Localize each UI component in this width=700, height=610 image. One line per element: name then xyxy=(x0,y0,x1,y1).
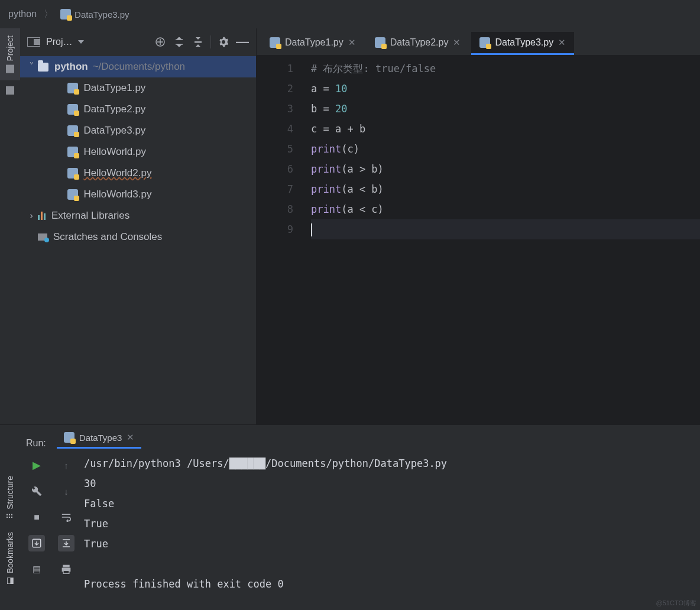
python-file-icon xyxy=(67,189,78,200)
run-toolbar: ▶ ■ ▤ xyxy=(20,449,53,610)
wrench-button[interactable] xyxy=(28,483,45,499)
scratches-icon xyxy=(38,233,47,241)
layout-button[interactable]: ▤ xyxy=(28,561,45,577)
exit-button[interactable] xyxy=(28,535,45,551)
project-tool-tab[interactable]: Project xyxy=(0,28,20,80)
soft-wrap-button[interactable] xyxy=(58,509,74,525)
code-area[interactable]: 123456789 # 布尔类型: true/falsea = 10b = 20… xyxy=(257,55,700,424)
tree-file[interactable]: HelloWorld2.py xyxy=(20,163,256,184)
rerun-button[interactable]: ▶ xyxy=(28,457,45,473)
stop-button[interactable]: ■ xyxy=(28,509,45,525)
console-output[interactable]: /usr/bin/python3 /Users/██████/Documents… xyxy=(79,449,700,610)
bookmark-icon: ◧ xyxy=(5,577,15,586)
tree-file-label: DataType3.py xyxy=(83,125,145,137)
python-file-icon xyxy=(67,104,78,115)
code-lines[interactable]: # 布尔类型: true/falsea = 10b = 20c = a + bp… xyxy=(311,55,700,424)
collapse-all-button[interactable] xyxy=(192,35,205,48)
left-toolbar: Project xyxy=(0,28,20,424)
python-file-icon xyxy=(64,432,74,443)
folder-tool-tab[interactable] xyxy=(0,80,20,100)
python-file-icon xyxy=(67,147,78,157)
left-tool-tabs-bottom: ⠿ Structure ◧ Bookmarks xyxy=(0,449,20,610)
select-opened-file-button[interactable] xyxy=(154,35,167,48)
close-icon[interactable]: ✕ xyxy=(558,37,566,48)
chevron-down-icon[interactable]: ˅ xyxy=(27,61,35,73)
tree-file-label: HelloWorld.py xyxy=(83,146,146,158)
svg-rect-6 xyxy=(63,570,69,573)
breadcrumb-file[interactable]: DataType3.py xyxy=(60,9,129,20)
python-file-icon xyxy=(375,37,385,48)
tree-file[interactable]: DataType2.py xyxy=(20,99,256,120)
breadcrumb-separator: 〉 xyxy=(44,8,53,21)
tree-file-label: HelloWorld3.py xyxy=(83,189,151,200)
hide-button[interactable]: — xyxy=(236,35,249,48)
tree-file[interactable]: HelloWorld.py xyxy=(20,141,256,163)
editor-tab[interactable]: DataType3.py✕ xyxy=(471,32,574,55)
tree-file[interactable]: HelloWorld3.py xyxy=(20,184,256,205)
gutter: 123456789 xyxy=(257,55,311,424)
python-file-icon xyxy=(67,125,78,136)
folder-icon xyxy=(38,63,48,72)
run-header: Run: DataType3 ✕ xyxy=(0,425,700,449)
structure-tool-tab[interactable]: ⠿ Structure xyxy=(5,476,15,519)
libraries-icon xyxy=(38,212,46,220)
tree-file[interactable]: DataType1.py xyxy=(20,77,256,99)
tab-label: DataType3.py xyxy=(495,37,553,48)
python-file-icon xyxy=(60,9,71,20)
python-file-icon xyxy=(67,168,78,179)
project-icon xyxy=(6,65,14,73)
project-pane-header: Proj… — xyxy=(20,28,256,55)
watermark: @51CTO博客 xyxy=(656,599,696,608)
project-pane: Proj… — ˅ python ~/Documents/python Data… xyxy=(20,28,257,424)
structure-icon: ⠿ xyxy=(5,513,15,519)
svg-rect-4 xyxy=(63,565,69,567)
expand-all-button[interactable] xyxy=(173,35,186,48)
run-config-tab[interactable]: DataType3 ✕ xyxy=(57,429,142,449)
project-tree[interactable]: ˅ python ~/Documents/python DataType1.py… xyxy=(20,55,256,424)
dropdown-icon[interactable] xyxy=(78,40,84,44)
print-button[interactable] xyxy=(58,561,74,577)
run-label: Run: xyxy=(26,438,46,449)
editor: DataType1.py✕DataType2.py✕DataType3.py✕ … xyxy=(257,28,700,424)
project-view-icon xyxy=(27,37,40,47)
breadcrumb: python 〉 DataType3.py xyxy=(0,0,700,28)
close-icon[interactable]: ✕ xyxy=(453,37,461,48)
project-pane-title[interactable]: Proj… xyxy=(46,37,72,47)
tree-scratches[interactable]: Scratches and Consoles xyxy=(20,226,256,248)
up-arrow-button[interactable]: ↑ xyxy=(58,457,74,473)
scroll-to-end-button[interactable] xyxy=(58,535,74,551)
breadcrumb-root[interactable]: python xyxy=(8,9,37,20)
editor-tab[interactable]: DataType1.py✕ xyxy=(261,32,364,55)
folder-icon xyxy=(6,86,14,95)
tree-file-label: HelloWorld2.py xyxy=(83,167,151,179)
output-controls: ↑ ↓ xyxy=(53,449,79,610)
settings-button[interactable] xyxy=(217,35,230,48)
editor-tab[interactable]: DataType2.py✕ xyxy=(367,32,469,55)
bookmarks-tool-tab[interactable]: ◧ Bookmarks xyxy=(5,532,15,586)
python-file-icon xyxy=(67,83,78,93)
chevron-right-icon[interactable]: › xyxy=(27,210,35,222)
tree-file-label: DataType2.py xyxy=(83,103,145,115)
close-icon[interactable]: ✕ xyxy=(348,37,356,48)
tab-label: DataType1.py xyxy=(285,37,343,48)
editor-tabs: DataType1.py✕DataType2.py✕DataType3.py✕ xyxy=(257,28,700,55)
python-file-icon xyxy=(479,37,490,48)
tree-file[interactable]: DataType3.py xyxy=(20,120,256,141)
tree-root[interactable]: ˅ python ~/Documents/python xyxy=(20,56,256,77)
python-file-icon xyxy=(270,37,280,48)
run-tool-window: Run: DataType3 ✕ ⠿ Structure ◧ Bookmarks… xyxy=(0,424,700,610)
close-icon[interactable]: ✕ xyxy=(127,432,134,443)
tree-file-label: DataType1.py xyxy=(83,82,145,94)
down-arrow-button[interactable]: ↓ xyxy=(58,483,74,499)
tab-label: DataType2.py xyxy=(390,37,449,48)
tree-external-libraries[interactable]: › External Libraries xyxy=(20,205,256,226)
